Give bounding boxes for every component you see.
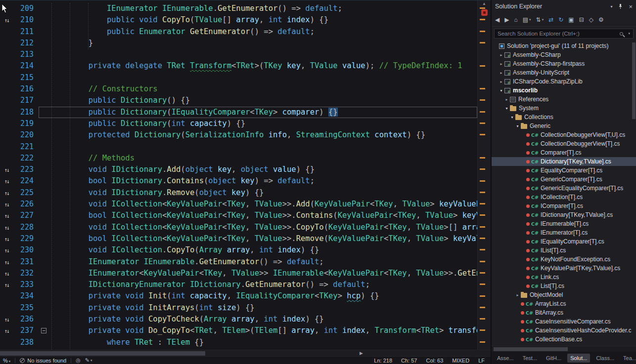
- implements-icon[interactable]: ↑↓: [4, 247, 8, 254]
- gutter-margin[interactable]: ↑↓: [0, 164, 13, 175]
- tree-item-file[interactable]: C#IEnumerable[T].cs: [492, 219, 636, 228]
- tree-item-file[interactable]: C#GenericComparer[T].cs: [492, 175, 636, 184]
- scroll-up-icon[interactable]: ▲: [478, 0, 491, 7]
- line-number[interactable]: 215: [13, 72, 39, 83]
- gutter-margin[interactable]: [0, 60, 13, 72]
- edit-icon[interactable]: ✎▾: [85, 357, 92, 364]
- gutter-margin[interactable]: [0, 302, 13, 314]
- tree-item-file[interactable]: C#GenericEqualityComparer[T].cs: [492, 184, 636, 193]
- panel-tab-solut[interactable]: Solut...: [567, 354, 590, 363]
- details-icon[interactable]: ◎: [76, 357, 81, 364]
- panel-horizontal-scrollbar[interactable]: [492, 346, 636, 352]
- expander-closed-icon[interactable]: ▸: [503, 97, 510, 102]
- tree-item-refs[interactable]: ▸References: [492, 95, 636, 104]
- horizontal-scrollbar-thumb[interactable]: [0, 351, 205, 356]
- line-number[interactable]: 226: [13, 199, 39, 210]
- line-number[interactable]: 222: [13, 153, 39, 164]
- line-number[interactable]: 238: [13, 337, 39, 348]
- gutter-margin[interactable]: [0, 26, 13, 38]
- fold-margin[interactable]: [39, 199, 50, 210]
- tree-item-file[interactable]: C#CollectionDebuggerView[T,U].cs: [492, 130, 636, 139]
- fold-margin[interactable]: [39, 164, 50, 175]
- horizontal-scrollbar[interactable]: ▶: [0, 350, 491, 356]
- gutter-margin[interactable]: ↑↓: [0, 210, 13, 221]
- fold-margin[interactable]: [39, 141, 50, 153]
- tree-item-project[interactable]: ▸ICSharpCode.SharpZipLib: [492, 77, 636, 86]
- gutter-margin[interactable]: ↑↓: [0, 279, 13, 290]
- tree-item-folder[interactable]: ▾System: [492, 104, 636, 113]
- gutter-margin[interactable]: ↑↓: [0, 233, 13, 244]
- gutter-margin[interactable]: ↑↓: [0, 256, 13, 268]
- gutter-margin[interactable]: ↑↓: [0, 268, 13, 279]
- fold-margin[interactable]: [39, 107, 50, 118]
- gutter-margin[interactable]: ↑↓: [0, 187, 13, 199]
- fold-margin[interactable]: [39, 153, 50, 164]
- panel-header[interactable]: Solution Explorer ▾ ×: [492, 0, 636, 13]
- tree-item-file[interactable]: C#IComparer[T].cs: [492, 202, 636, 210]
- tree-item-file[interactable]: C#KeyNotFoundException.cs: [492, 255, 636, 264]
- code-line[interactable]: ↑↓229 bool ICollection<KeyValuePair<TKey…: [0, 233, 477, 244]
- implements-icon[interactable]: ↑↓: [4, 271, 8, 277]
- gutter-margin[interactable]: ↑↓: [0, 325, 13, 336]
- switch-views-icon[interactable]: ▤▾: [523, 17, 531, 23]
- line-number[interactable]: 219: [13, 118, 39, 129]
- fold-margin[interactable]: [39, 187, 50, 199]
- fold-margin[interactable]: [39, 14, 50, 26]
- fold-margin[interactable]: [39, 256, 50, 268]
- tree-item-file[interactable]: C#EqualityComparer[T].cs: [492, 166, 636, 175]
- gutter-margin[interactable]: [0, 129, 13, 141]
- gutter-margin[interactable]: [0, 83, 13, 95]
- code-editor[interactable]: 209 IEnumerator IEnumerable.GetEnumerato…: [0, 0, 491, 350]
- code-line[interactable]: 220 protected Dictionary(SerializationIn…: [0, 129, 477, 141]
- forward-icon[interactable]: ▶: [504, 17, 509, 23]
- code-line[interactable]: ↑↓210 public void CopyTo(TValue[] array,…: [0, 14, 477, 26]
- code-line[interactable]: ↑↓224 bool IDictionary.Contains(object k…: [0, 175, 477, 187]
- code-line[interactable]: 216 // Constructors: [0, 83, 477, 95]
- tree-item-file[interactable]: C#IList[T].cs: [492, 246, 636, 255]
- refresh-icon[interactable]: ↻: [558, 17, 563, 23]
- code-line[interactable]: 209 IEnumerator IEnumerable.GetEnumerato…: [0, 3, 477, 14]
- code-line[interactable]: ↑↓223 void IDictionary.Add(object key, o…: [0, 164, 477, 175]
- panel-horizontal-scrollbar-thumb[interactable]: [494, 347, 568, 351]
- implements-icon[interactable]: ↑↓: [4, 190, 8, 197]
- fold-margin[interactable]: [39, 210, 50, 221]
- line-number[interactable]: 225: [13, 187, 39, 199]
- gutter-margin[interactable]: [0, 107, 13, 118]
- line-number[interactable]: 233: [13, 279, 39, 290]
- code-line[interactable]: 217 public Dictionary() {}: [0, 95, 477, 106]
- fold-margin[interactable]: [39, 175, 50, 187]
- status-char[interactable]: Ch: 57: [401, 358, 417, 364]
- code-line[interactable]: 222 // Methods: [0, 153, 477, 164]
- gutter-margin[interactable]: ↑↓: [0, 314, 13, 325]
- implements-icon[interactable]: ↑↓: [4, 178, 8, 185]
- zoom-control[interactable]: %▾: [3, 358, 10, 364]
- properties-icon[interactable]: ⚙: [598, 17, 604, 23]
- fold-margin[interactable]: [39, 244, 50, 256]
- code-line[interactable]: ↑↓231 IEnumerator IEnumerable.GetEnumera…: [0, 256, 477, 268]
- fold-margin[interactable]: [39, 233, 50, 244]
- tree-item-file[interactable]: C#CaseInsensitiveComparer.cs: [492, 317, 636, 326]
- expander-open-icon[interactable]: ▾: [509, 115, 515, 120]
- code-line[interactable]: ↑↓225 void IDictionary.Remove(object key…: [0, 187, 477, 199]
- gutter-margin[interactable]: ↑↓: [0, 199, 13, 210]
- tree-item-project[interactable]: ▸Assembly-UnityScript: [492, 68, 636, 77]
- line-number[interactable]: 235: [13, 302, 39, 314]
- line-number[interactable]: 211: [13, 26, 39, 38]
- implements-icon[interactable]: ↑↓: [4, 317, 8, 323]
- gutter-margin[interactable]: [0, 153, 13, 164]
- search-input[interactable]: Search Solution Explorer (Ctrl+;) ▾: [494, 29, 634, 39]
- back-icon[interactable]: ◀: [495, 17, 500, 23]
- line-number[interactable]: 231: [13, 256, 39, 268]
- line-number[interactable]: 227: [13, 210, 39, 221]
- line-number[interactable]: 228: [13, 222, 39, 233]
- line-number[interactable]: 216: [13, 83, 39, 95]
- implements-icon[interactable]: ↑↓: [4, 225, 8, 231]
- expander-closed-icon[interactable]: ▸: [498, 71, 504, 75]
- implements-icon[interactable]: ↑↓: [4, 17, 8, 24]
- tree-item-folder[interactable]: ▾Generic: [492, 121, 636, 130]
- expander-open-icon[interactable]: ▾: [503, 106, 510, 111]
- expander-closed-icon[interactable]: ▸: [514, 293, 521, 297]
- gutter-margin[interactable]: ↑↓: [0, 244, 13, 256]
- tree-item-file[interactable]: C#KeyValuePair[TKey,TValue].cs: [492, 264, 636, 273]
- tree-item-file[interactable]: C#IEnumerator[T].cs: [492, 228, 636, 237]
